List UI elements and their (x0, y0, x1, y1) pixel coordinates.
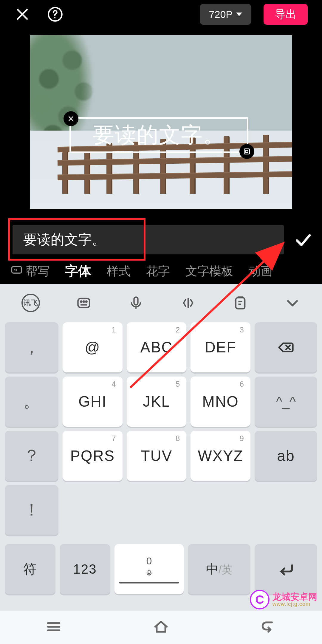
text-caption-frame[interactable]: 要读的文字。 (69, 117, 248, 153)
watermark: C 龙城安卓网 www.lcjtg.com (250, 590, 317, 609)
tab-font[interactable]: 字体 (63, 261, 94, 281)
key-8-tuv[interactable]: 8TUV (127, 431, 187, 481)
tab-label: 花字 (146, 263, 170, 279)
key-question[interactable]: ？ (5, 431, 58, 481)
key-7-pqrs[interactable]: 7PQRS (63, 431, 123, 481)
ime-brand-icon[interactable]: 讯飞 (21, 294, 40, 312)
tab-text-template[interactable]: 文字模板 (183, 262, 236, 281)
tab-label: 文字模板 (185, 263, 233, 279)
tab-label: 字体 (65, 262, 91, 280)
key-emoticon[interactable]: ^_^ (255, 377, 317, 427)
key-backspace[interactable] (255, 322, 317, 372)
key-2-abc[interactable]: 2ABC (127, 322, 187, 372)
resolution-label: 720P (209, 9, 233, 20)
ai-write-icon (10, 263, 23, 279)
microphone-icon[interactable] (128, 295, 144, 311)
tab-animation[interactable]: 动画 (246, 262, 275, 281)
tab-label: 动画 (249, 263, 273, 279)
chevron-down-icon (236, 13, 242, 16)
svg-rect-3 (12, 267, 22, 273)
key-4-ghi[interactable]: 4GHI (63, 377, 123, 427)
help-icon[interactable] (47, 6, 63, 22)
key-3-def[interactable]: 3DEF (191, 322, 250, 372)
tab-fancy-text[interactable]: 花字 (144, 262, 172, 281)
nav-recent-icon[interactable] (45, 618, 62, 637)
system-nav-bar (0, 611, 322, 644)
tab-style[interactable]: 样式 (104, 262, 133, 281)
svg-point-7 (86, 301, 87, 302)
svg-rect-10 (148, 570, 150, 574)
svg-rect-8 (134, 297, 138, 305)
tab-ai-write[interactable]: 帮写 (8, 262, 52, 281)
key-1-at[interactable]: 1@ (63, 322, 123, 372)
svg-point-1 (54, 17, 56, 18)
caption-text-input[interactable] (13, 225, 284, 254)
watermark-badge: C (250, 590, 270, 609)
svg-rect-2 (244, 149, 250, 154)
svg-point-6 (83, 301, 84, 302)
cursor-move-icon[interactable] (180, 295, 196, 311)
watermark-line2: www.lcjtg.com (273, 601, 317, 607)
caption-delete-handle[interactable] (64, 111, 78, 126)
key-language[interactable]: 中/英 (188, 544, 250, 594)
canvas-area: 要读的文字。 (0, 29, 322, 209)
caption-rotate-handle[interactable] (239, 144, 254, 159)
mic-small-icon (145, 569, 154, 579)
tab-label: 帮写 (26, 263, 49, 279)
key-comma[interactable]: ， (5, 322, 58, 372)
text-tabs: 帮写 字体 样式 花字 文字模板 动画 (0, 258, 322, 284)
key-space[interactable]: 0 (114, 544, 184, 594)
svg-point-5 (80, 301, 82, 302)
nav-back-icon[interactable] (260, 618, 277, 637)
key-numbers[interactable]: 123 (60, 544, 110, 594)
key-ab-mode[interactable]: ab (255, 431, 317, 481)
key-6-mno[interactable]: 6MNO (191, 377, 250, 427)
keyboard-layout-icon[interactable] (75, 295, 92, 311)
video-canvas[interactable]: 要读的文字。 (30, 35, 292, 209)
caption-text: 要读的文字。 (93, 121, 225, 149)
resolution-button[interactable]: 720P (200, 4, 251, 25)
key-5-jkl[interactable]: 5JKL (127, 377, 187, 427)
top-bar: 720P 导出 (0, 0, 322, 29)
key-symbols[interactable]: 符 (5, 544, 55, 594)
confirm-check-icon[interactable] (294, 231, 312, 249)
tab-label: 样式 (107, 263, 131, 279)
keyboard: 讯飞 ， 1@ 2ABC 3DEF (0, 284, 322, 611)
key-9-wxyz[interactable]: 9WXYZ (191, 431, 250, 481)
export-button[interactable]: 导出 (264, 4, 308, 25)
key-period[interactable]: 。 (5, 377, 58, 427)
key-enter[interactable] (255, 544, 317, 594)
clipboard-icon[interactable] (232, 295, 249, 311)
text-input-row (0, 221, 322, 258)
watermark-line1: 龙城安卓网 (273, 592, 317, 601)
close-icon[interactable] (14, 6, 30, 22)
svg-rect-9 (236, 298, 244, 309)
keyboard-toolbar: 讯飞 (0, 287, 322, 319)
keyboard-collapse-icon[interactable] (284, 295, 301, 311)
export-label: 导出 (275, 7, 296, 22)
nav-home-icon[interactable] (152, 618, 170, 637)
